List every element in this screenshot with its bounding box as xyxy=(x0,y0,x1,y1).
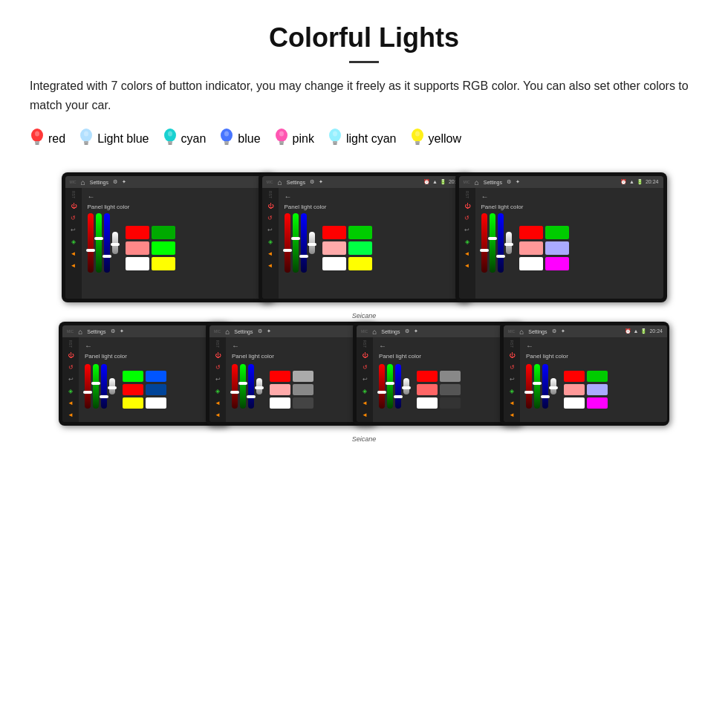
color-slider[interactable] xyxy=(232,364,238,409)
color-cell[interactable] xyxy=(519,226,543,239)
back-arrow[interactable]: ← xyxy=(285,192,461,201)
sidebar-icon[interactable]: ↺ xyxy=(66,363,75,371)
color-cell[interactable] xyxy=(564,371,585,382)
slider-thumb[interactable] xyxy=(402,386,411,389)
sidebar-icon[interactable]: ◄ xyxy=(66,398,75,407)
color-slider[interactable] xyxy=(498,213,504,273)
sidebar-icon[interactable]: ↺ xyxy=(507,363,516,371)
sidebar-icon[interactable]: ◄ xyxy=(507,410,516,419)
color-slider[interactable] xyxy=(395,364,401,409)
back-arrow[interactable]: ← xyxy=(85,342,220,350)
back-arrow[interactable]: ← xyxy=(526,342,661,350)
color-slider[interactable] xyxy=(309,232,315,254)
color-cell[interactable] xyxy=(293,371,313,382)
color-cell[interactable] xyxy=(587,384,608,395)
color-slider[interactable] xyxy=(88,213,94,273)
color-cell[interactable] xyxy=(123,371,143,382)
sidebar-icon[interactable]: ◄ xyxy=(463,249,472,258)
sidebar-icon[interactable]: ⏻ xyxy=(360,351,369,360)
color-cell[interactable] xyxy=(123,397,143,409)
color-cell[interactable] xyxy=(417,371,438,382)
color-slider[interactable] xyxy=(481,213,487,273)
sidebar-icon[interactable]: ◈ xyxy=(69,237,78,246)
color-cell[interactable] xyxy=(348,241,372,255)
color-slider[interactable] xyxy=(506,232,512,254)
slider-thumb[interactable] xyxy=(541,395,550,398)
sidebar-icon[interactable]: ◄ xyxy=(66,410,75,419)
sidebar-icon[interactable]: ◈ xyxy=(360,386,369,395)
sidebar-icon[interactable]: ◄ xyxy=(266,261,275,270)
sidebar-icon[interactable]: ◄ xyxy=(213,398,222,407)
color-slider[interactable] xyxy=(85,364,91,409)
color-cell[interactable] xyxy=(564,384,585,395)
slider-thumb[interactable] xyxy=(308,243,316,246)
sidebar-icon[interactable]: ⏻ xyxy=(66,351,75,360)
slider-thumb[interactable] xyxy=(94,237,103,240)
color-cell[interactable] xyxy=(564,397,585,409)
slider-thumb[interactable] xyxy=(533,382,542,385)
sidebar-icon[interactable]: ◈ xyxy=(266,237,275,246)
color-cell[interactable] xyxy=(545,257,569,270)
sidebar-icon[interactable]: ⏻ xyxy=(266,201,275,210)
color-slider[interactable] xyxy=(542,364,548,409)
color-slider[interactable] xyxy=(93,364,99,409)
slider-thumb[interactable] xyxy=(100,395,108,398)
slider-thumb[interactable] xyxy=(238,382,247,385)
slider-thumb[interactable] xyxy=(86,249,95,252)
back-arrow[interactable]: ← xyxy=(481,192,657,201)
color-cell[interactable] xyxy=(126,257,149,270)
slider-thumb[interactable] xyxy=(111,243,120,246)
sidebar-icon[interactable]: ↺ xyxy=(360,363,369,371)
color-slider[interactable] xyxy=(285,213,290,273)
color-slider[interactable] xyxy=(387,364,393,409)
sidebar-icon[interactable]: ◈ xyxy=(463,237,472,246)
color-cell[interactable] xyxy=(519,241,543,255)
sidebar-icon[interactable]: ⏻ xyxy=(213,351,222,360)
sidebar-icon[interactable]: ◈ xyxy=(507,386,516,395)
color-cell[interactable] xyxy=(417,397,438,409)
color-cell[interactable] xyxy=(152,241,175,255)
sidebar-icon[interactable]: ◄ xyxy=(360,398,369,407)
sidebar-icon[interactable]: ↩ xyxy=(507,374,516,383)
sidebar-icon[interactable]: ↩ xyxy=(213,374,222,383)
sidebar-icon[interactable]: ◄ xyxy=(69,261,78,270)
slider-thumb[interactable] xyxy=(386,382,394,385)
color-cell[interactable] xyxy=(126,226,149,239)
color-slider[interactable] xyxy=(240,364,246,409)
color-cell[interactable] xyxy=(322,257,346,270)
back-arrow[interactable]: ← xyxy=(379,342,514,350)
color-cell[interactable] xyxy=(348,257,372,270)
sidebar-icon[interactable]: ⏻ xyxy=(463,201,472,210)
color-slider[interactable] xyxy=(96,213,102,273)
sidebar-icon[interactable]: ◄ xyxy=(213,410,222,419)
slider-thumb[interactable] xyxy=(504,243,513,246)
color-cell[interactable] xyxy=(587,397,608,409)
sidebar-icon[interactable]: ↺ xyxy=(69,213,78,222)
sidebar-icon[interactable]: ↺ xyxy=(463,213,472,222)
color-slider[interactable] xyxy=(550,378,556,394)
color-slider[interactable] xyxy=(109,378,115,394)
sidebar-icon[interactable]: ↺ xyxy=(213,363,222,371)
color-cell[interactable] xyxy=(519,257,543,270)
sidebar-icon[interactable]: ↩ xyxy=(463,225,472,234)
color-cell[interactable] xyxy=(293,397,313,409)
back-arrow[interactable]: ← xyxy=(232,342,367,350)
sidebar-icon[interactable]: ◄ xyxy=(507,398,516,407)
slider-thumb[interactable] xyxy=(496,255,505,258)
slider-thumb[interactable] xyxy=(299,255,308,258)
color-slider[interactable] xyxy=(112,232,118,254)
color-cell[interactable] xyxy=(322,226,346,239)
color-slider[interactable] xyxy=(104,213,110,273)
sidebar-icon[interactable]: ◈ xyxy=(213,386,222,395)
slider-thumb[interactable] xyxy=(255,386,264,389)
color-cell[interactable] xyxy=(146,397,166,409)
color-cell[interactable] xyxy=(146,371,166,382)
sidebar-icon[interactable]: ◄ xyxy=(463,261,472,270)
sidebar-icon[interactable]: ◄ xyxy=(69,249,78,258)
color-cell[interactable] xyxy=(440,371,461,382)
color-cell[interactable] xyxy=(587,371,608,382)
slider-thumb[interactable] xyxy=(549,386,558,389)
slider-thumb[interactable] xyxy=(108,386,117,389)
sidebar-icon[interactable]: ◈ xyxy=(66,386,75,395)
sidebar-icon[interactable]: ◄ xyxy=(266,249,275,258)
